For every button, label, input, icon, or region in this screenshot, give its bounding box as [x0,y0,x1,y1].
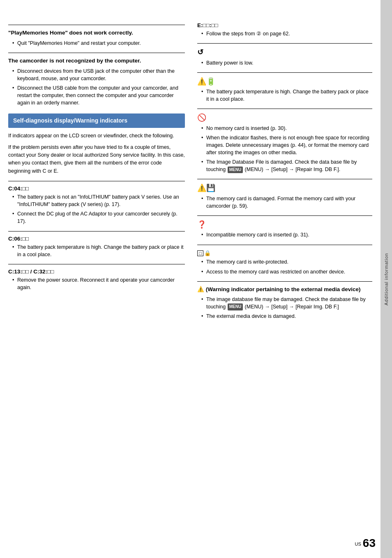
list-item: Access to the memory card was restricted… [201,268,372,276]
divider-r4 [197,179,372,179]
divider-3 [8,231,185,232]
e-code-bullets: Follow the steps from ② on page 62. [197,30,372,37]
section-battery-temp: ⚠️🔋 The battery pack temperature is high… [197,77,372,103]
list-item: Disconnect the USB cable from the comput… [12,84,185,107]
divider-r6 [197,245,372,245]
page-number-area: US 63 [355,537,376,550]
divider-r7 [197,281,372,282]
card-damaged-symbol: ⚠️💾 [197,183,372,193]
list-item: The external media device is damaged. [201,313,372,320]
section-no-card: 🚫 No memory card is inserted (p. 30). Wh… [197,113,372,173]
list-item: Connect the DC plug of the AC Adaptor to… [12,210,185,225]
divider-1 [8,53,185,53]
section-battery-low: ↺ Battery power is low. [197,48,372,67]
external-warning-bullets: The image database file may be damaged. … [197,296,372,320]
write-protect-box-icon: □ [197,250,203,256]
playmemories-heading: "PlayMemories Home" does not work correc… [8,29,185,37]
section-c06: C:06:□□ The battery pack temperature is … [8,236,185,258]
battery-low-bullets: Battery power is low. [197,59,372,67]
e-code: E:□□:□□ [197,22,372,28]
list-item: Quit "PlayMemories Home" and restart you… [12,39,185,47]
external-warning-icon: ⚠️ [197,286,204,292]
divider-top-left [8,25,185,25]
divider-r5 [197,215,372,216]
highlight-box-title: Self-diagnosis display/Warning indicator… [13,117,180,125]
c06-bullets: The battery pack temperature is high. Ch… [8,243,185,258]
list-item: Remove the power source. Reconnect it an… [12,276,185,291]
lock-symbol: 🔒 [204,250,211,256]
section-playmemories: "PlayMemories Home" does not work correc… [8,29,185,47]
c04-bullets: The battery pack is not an "InfoLITHIUM"… [8,193,185,225]
c06-code: C:06:□□ [8,236,185,242]
divider-r1 [197,43,372,44]
section-incompatible: ❓ Incompatible memory card is inserted (… [197,220,372,239]
right-column: E:□□:□□ Follow the steps from ② on page … [193,21,372,537]
list-item: Battery power is low. [201,59,372,67]
c13-c32-code: C:13:□□ / C:32:□□ [8,269,185,275]
list-item: The image database file may be damaged. … [201,296,372,310]
list-item: The memory card is damaged. Format the m… [201,195,372,210]
external-warning-heading: ⚠️ (Warning indicator pertaining to the … [197,286,372,294]
body-text-1: If indicators appear on the LCD screen o… [8,132,185,140]
divider-r3 [197,109,372,109]
card-damaged-bullets: The memory card is damaged. Format the m… [197,195,372,210]
list-item: No memory card is inserted (p. 30). [201,125,372,132]
battery-temp-symbol: ⚠️🔋 [197,77,372,86]
c04-code: C:04:□□ [8,185,185,192]
body-text-2: If the problem persists even after you h… [8,144,185,176]
list-item: The battery pack temperature is high. Ch… [12,243,185,258]
not-recognized-heading: The camcorder is not recognized by the c… [8,57,185,65]
section-c04: C:04:□□ The battery pack is not an "Info… [8,185,185,225]
playmemories-bullets: Quit "PlayMemories Home" and restart you… [8,39,185,47]
section-external-warning: ⚠️ (Warning indicator pertaining to the … [197,286,372,320]
not-recognized-bullets: Disconnect devices from the USB jack of … [8,67,185,107]
write-protected-symbol: □🔒 [197,249,372,257]
section-not-recognized: The camcorder is not recognized by the c… [8,57,185,107]
battery-temp-bullets: The battery pack temperature is high. Ch… [197,88,372,103]
section-card-damaged: ⚠️💾 The memory card is damaged. Format t… [197,183,372,210]
list-item: The Image Database File is damaged. Chec… [201,158,372,173]
no-card-symbol: 🚫 [197,113,372,123]
divider-r2 [197,72,372,73]
divider-4 [8,264,185,264]
no-card-bullets: No memory card is inserted (p. 30). When… [197,125,372,174]
highlight-box: Self-diagnosis display/Warning indicator… [8,113,185,128]
list-item: Follow the steps from ② on page 62. [201,30,372,37]
list-item: The battery pack is not an "InfoLITHIUM"… [12,193,185,208]
divider-2 [8,181,185,181]
c13-c32-bullets: Remove the power source. Reconnect it an… [8,276,185,291]
section-e-code: E:□□:□□ Follow the steps from ② on page … [197,22,372,37]
list-item: Incompatible memory card is inserted (p.… [201,231,372,238]
section-c13-c32: C:13:□□ / C:32:□□ Remove the power sourc… [8,269,185,291]
incompatible-symbol: ❓ [197,220,372,229]
list-item: The memory card is write-protected. [201,258,372,266]
battery-low-icon: ↺ [197,48,372,57]
side-tab-label: Additional information [384,253,389,306]
menu-btn-2: MENU [228,303,243,310]
left-column: "PlayMemories Home" does not work correc… [8,21,193,537]
menu-btn-1: MENU [228,167,243,174]
list-item: Disconnect devices from the USB jack of … [12,67,185,82]
section-write-protected: □🔒 The memory card is write-protected. A… [197,249,372,276]
write-protected-bullets: The memory card is write-protected. Acce… [197,258,372,275]
list-item: When the indicator flashes, there is not… [201,134,372,156]
side-tab: Additional information [380,0,392,558]
page-us-label: US [355,542,361,546]
incompatible-bullets: Incompatible memory card is inserted (p.… [197,231,372,238]
page-number: 63 [363,537,376,550]
list-item: The battery pack temperature is high. Ch… [201,88,372,103]
